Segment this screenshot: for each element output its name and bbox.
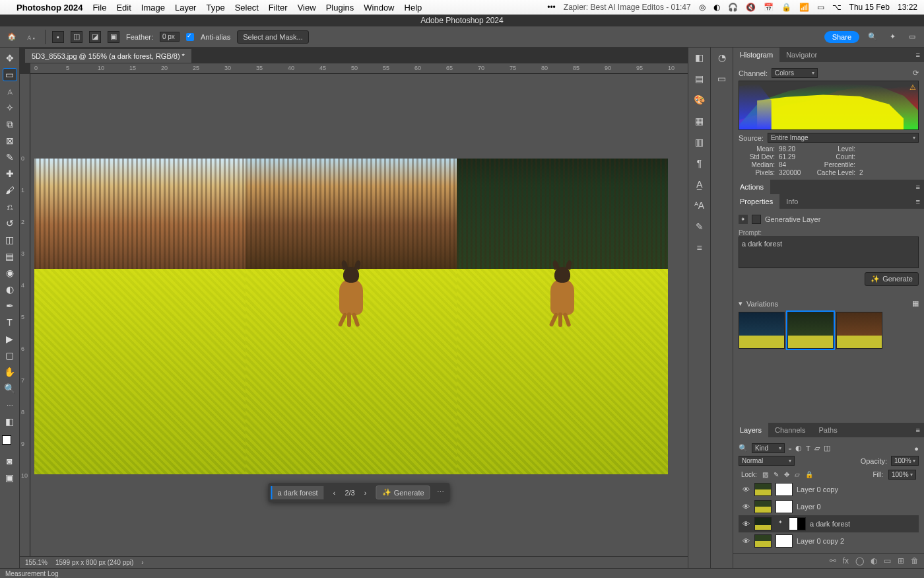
healing-brush-tool-icon[interactable]: ✚ xyxy=(3,167,17,180)
blur-tool-icon[interactable]: ◉ xyxy=(3,266,17,279)
gradient-tool-icon[interactable]: ▤ xyxy=(3,250,17,263)
feather-input[interactable] xyxy=(160,32,180,42)
filter-adjust-icon[interactable]: ◐ xyxy=(795,444,802,452)
panel-menu-icon[interactable]: ≡ xyxy=(912,426,924,434)
comments-icon[interactable]: ▭ xyxy=(716,73,728,85)
pen-tool-icon[interactable]: ✒ xyxy=(3,299,17,312)
variation-thumb-1[interactable] xyxy=(739,312,785,349)
anti-alias-checkbox[interactable] xyxy=(186,33,194,41)
mute-icon[interactable]: 🔇 xyxy=(746,3,756,12)
tab-navigator[interactable]: Navigator xyxy=(779,48,824,62)
panel-menu-icon[interactable]: ≡ xyxy=(912,183,924,191)
panel-menu-icon[interactable]: ≡ xyxy=(912,51,924,59)
adjustments-icon[interactable]: ◧ xyxy=(694,52,706,63)
filter-toggle-icon[interactable]: ● xyxy=(914,445,919,452)
tab-channels[interactable]: Channels xyxy=(768,423,812,437)
adjustment-layer-icon[interactable]: ◐ xyxy=(871,556,877,565)
visibility-icon[interactable]: 👁 xyxy=(741,486,750,493)
clone-stamp-tool-icon[interactable]: ⎌ xyxy=(3,200,17,213)
layer-name[interactable]: Layer 0 copy 2 xyxy=(797,537,844,545)
tab-histogram[interactable]: Histogram xyxy=(733,48,779,62)
status-chevron-icon[interactable]: › xyxy=(141,559,143,566)
eyedropper-tool-icon[interactable]: ✎ xyxy=(3,151,17,164)
frame-tool-icon[interactable]: ⊠ xyxy=(3,134,17,147)
canvas[interactable]: a dark forest ‹ 2/3 › ✨Generate ⋯ xyxy=(30,74,688,556)
delete-layer-icon[interactable]: 🗑 xyxy=(911,556,919,565)
refresh-icon[interactable]: ⟳ xyxy=(913,69,919,77)
document-dimensions[interactable]: 1599 px x 800 px (240 ppi) xyxy=(55,559,133,566)
crop-tool-icon[interactable]: ⧉ xyxy=(3,118,17,131)
filter-shape-icon[interactable]: ▱ xyxy=(814,444,820,452)
menu-layer[interactable]: Layer xyxy=(175,3,197,13)
new-layer-icon[interactable]: ⊞ xyxy=(898,556,904,565)
menu-file[interactable]: File xyxy=(92,3,106,13)
libraries-icon[interactable]: ▥ xyxy=(694,136,706,148)
history-icon[interactable]: ◔ xyxy=(716,52,728,63)
rectangle-tool-icon[interactable]: ▢ xyxy=(3,349,17,362)
variation-thumb-3[interactable] xyxy=(836,312,882,349)
path-selection-tool-icon[interactable]: ▶ xyxy=(3,332,17,345)
character-icon[interactable]: A̲ xyxy=(694,178,706,190)
layer-row[interactable]: 👁 Layer 0 copy 2 xyxy=(739,532,919,550)
help-icon[interactable]: ✦ xyxy=(886,30,899,44)
menu-help[interactable]: Help xyxy=(405,3,422,13)
more-options-icon[interactable]: ⋯ xyxy=(434,488,447,497)
home-icon[interactable]: 🏠 xyxy=(5,30,18,44)
menu-filter[interactable]: Filter xyxy=(269,3,288,13)
marquee-tool-icon[interactable]: ▭ xyxy=(3,68,17,81)
layer-mask-icon[interactable]: ◯ xyxy=(855,556,864,565)
quick-mask-icon[interactable]: ◙ xyxy=(3,454,17,468)
glyphs-icon[interactable]: ᴬA xyxy=(694,199,706,211)
safari-icon[interactable]: ◎ xyxy=(699,3,706,12)
lasso-tool-icon[interactable]: ⟑ xyxy=(3,85,17,98)
document-tab[interactable]: 5D3_8553.jpg @ 155% (a dark forest, RGB/… xyxy=(25,49,191,63)
menubar-time[interactable]: 13:22 xyxy=(898,3,917,12)
selection-intersect-icon[interactable]: ▣ xyxy=(108,31,119,43)
channel-select[interactable]: Colors xyxy=(772,68,818,78)
layer-row[interactable]: 👁 Layer 0 copy xyxy=(739,481,919,498)
wifi-icon[interactable]: 📶 xyxy=(799,3,809,12)
link-layers-icon[interactable]: ⚯ xyxy=(830,556,836,565)
headphones-icon[interactable]: 🎧 xyxy=(728,3,738,12)
filter-smart-icon[interactable]: ◫ xyxy=(824,444,830,452)
menu-select[interactable]: Select xyxy=(235,3,259,13)
lock-all-icon[interactable]: 🔒 xyxy=(805,471,813,478)
ruler-vertical[interactable]: 0 1 2 3 4 5 6 7 8 9 10 xyxy=(20,74,30,556)
eraser-tool-icon[interactable]: ◫ xyxy=(3,233,17,246)
selection-subtract-icon[interactable]: ◪ xyxy=(89,31,101,43)
app-name[interactable]: Photoshop 2024 xyxy=(16,3,82,13)
tab-actions[interactable]: Actions xyxy=(733,180,770,194)
remove-tool-icon[interactable]: ◧ xyxy=(3,415,17,428)
generate-button[interactable]: ✨Generate xyxy=(376,486,430,499)
paragraph-icon[interactable]: ¶ xyxy=(694,157,706,169)
magic-wand-tool-icon[interactable]: ✧ xyxy=(3,101,17,114)
layer-thumbnail[interactable] xyxy=(754,534,772,548)
lock-icon[interactable]: 🔒 xyxy=(781,3,791,12)
tab-info[interactable]: Info xyxy=(779,194,805,209)
zoom-level[interactable]: 155.1% xyxy=(25,559,48,566)
more-icon[interactable]: ••• xyxy=(547,3,556,12)
tab-paths[interactable]: Paths xyxy=(812,423,844,437)
grid-view-icon[interactable]: ▦ xyxy=(912,299,919,308)
panel-menu-icon[interactable]: ≡ xyxy=(912,198,924,205)
filter-kind-select[interactable]: Kind xyxy=(752,443,785,453)
measurement-log-tab[interactable]: Measurement Log xyxy=(5,570,59,577)
chevron-down-icon[interactable]: ▾ xyxy=(739,299,742,308)
layer-style-icon[interactable]: fx xyxy=(843,556,849,565)
variation-thumb-2[interactable] xyxy=(787,312,834,349)
dodge-tool-icon[interactable]: ◐ xyxy=(3,283,17,296)
search-icon[interactable]: 🔍 xyxy=(739,444,748,452)
lock-brush-icon[interactable]: ✎ xyxy=(774,471,779,478)
layer-name[interactable]: Layer 0 xyxy=(797,503,821,511)
filter-pixel-icon[interactable]: ▫ xyxy=(789,445,791,452)
layer-mask-thumbnail[interactable] xyxy=(776,483,793,496)
layer-name[interactable]: a dark forest xyxy=(810,520,850,528)
properties-generate-button[interactable]: ✨Generate xyxy=(865,272,919,286)
color-swatches[interactable] xyxy=(2,435,18,451)
calendar-icon[interactable]: 📅 xyxy=(764,3,774,12)
fill-input[interactable]: 100% xyxy=(888,470,916,480)
lock-position-icon[interactable]: ✥ xyxy=(784,471,789,478)
visibility-icon[interactable]: 👁 xyxy=(741,520,750,528)
zoom-tool-icon[interactable]: 🔍 xyxy=(3,382,17,395)
visibility-icon[interactable]: 👁 xyxy=(741,537,750,545)
